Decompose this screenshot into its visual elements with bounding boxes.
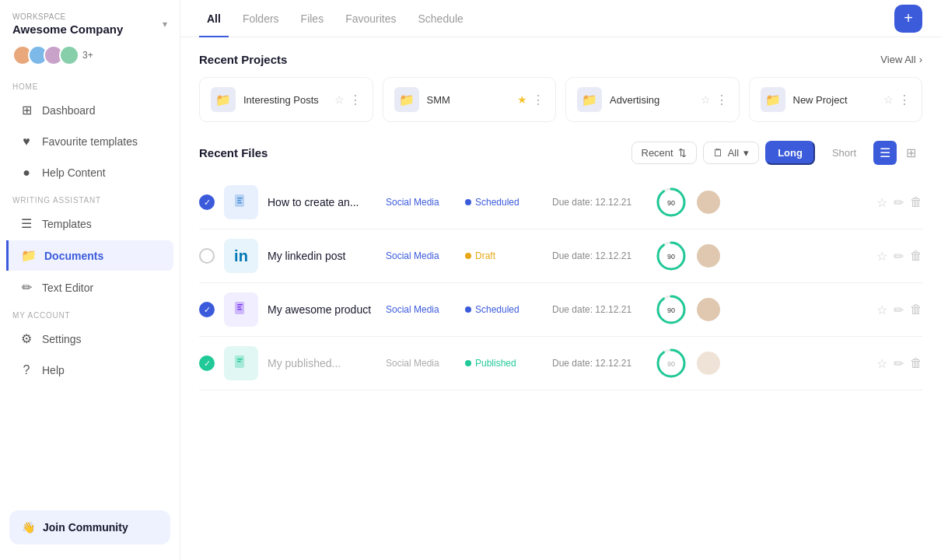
documents-icon: 📁: [21, 248, 37, 263]
project-card-smm[interactable]: 📁 SMM ★ ⋮: [383, 77, 557, 122]
projects-row: 📁 Interesting Posts ☆ ⋮ 📁 SMM ★ ⋮ 📁 Adv: [199, 77, 922, 122]
sidebar-item-label: Help Content: [42, 166, 106, 179]
workspace-name: Awesome Company: [12, 23, 123, 36]
file-row: ✓ How to create an... Social Media Sched…: [199, 176, 922, 229]
short-view-button[interactable]: Short: [821, 142, 867, 163]
tab-schedule[interactable]: Schedule: [411, 0, 471, 37]
project-card-interesting-posts[interactable]: 📁 Interesting Posts ☆ ⋮: [199, 77, 373, 122]
workspace-chevron-icon[interactable]: ▾: [163, 19, 167, 30]
project-actions: ☆ ⋮: [334, 93, 362, 107]
progress-ring: 90: [655, 186, 687, 219]
more-icon[interactable]: ⋮: [715, 93, 728, 107]
chevron-right-icon: ›: [919, 54, 922, 65]
delete-icon[interactable]: 🗑: [910, 249, 922, 263]
edit-icon[interactable]: ✏: [894, 356, 904, 371]
file-checkbox[interactable]: ✓: [199, 194, 215, 210]
sidebar-bottom: 👋 Join Community: [0, 501, 180, 560]
svg-text:90: 90: [667, 199, 675, 207]
star-icon[interactable]: ★: [517, 93, 527, 106]
file-actions: ☆ ✏ 🗑: [876, 195, 922, 210]
star-icon[interactable]: ☆: [883, 93, 894, 106]
more-icon[interactable]: ⋮: [898, 93, 911, 107]
text-editor-icon: ✏: [19, 280, 34, 295]
tab-folders[interactable]: Folders: [235, 0, 287, 37]
templates-icon: ☰: [19, 216, 34, 231]
status-dot: [465, 306, 471, 313]
star-icon[interactable]: ☆: [701, 93, 711, 106]
svg-text:90: 90: [667, 306, 675, 314]
project-icon: 📁: [394, 87, 419, 112]
all-filter-button[interactable]: 🗒 All ▾: [703, 142, 759, 164]
star-icon[interactable]: ☆: [334, 93, 345, 106]
sidebar-item-documents[interactable]: 📁 Documents: [6, 240, 173, 271]
recent-label: Recent: [642, 147, 673, 159]
project-card-new-project[interactable]: 📁 New Project ☆ ⋮: [749, 77, 923, 122]
file-checkbox[interactable]: [199, 248, 215, 264]
file-checkbox[interactable]: ✓: [199, 302, 215, 317]
svg-rect-12: [237, 306, 241, 308]
long-view-button[interactable]: Long: [765, 141, 815, 165]
file-row: ✓ My published... Social Media Published…: [199, 337, 922, 390]
avatar: [697, 191, 720, 214]
sidebar-item-help-content[interactable]: ● Help Content: [6, 158, 173, 187]
status-dot: [465, 360, 471, 366]
delete-icon[interactable]: 🗑: [910, 356, 922, 370]
more-icon[interactable]: ⋮: [532, 93, 544, 107]
file-thumbnail: [224, 346, 258, 380]
project-card-advertising[interactable]: 📁 Advertising ☆ ⋮: [565, 77, 740, 122]
join-community-button[interactable]: 👋 Join Community: [9, 510, 170, 544]
help-content-icon: ●: [19, 166, 34, 180]
sidebar-item-templates[interactable]: ☰ Templates: [6, 208, 173, 239]
status-badge: Published: [465, 358, 543, 369]
heart-icon: ♥: [19, 135, 34, 149]
file-actions: ☆ ✏ 🗑: [876, 249, 922, 264]
star-icon[interactable]: ☆: [876, 356, 887, 371]
star-icon[interactable]: ☆: [876, 195, 887, 210]
project-icon: 📁: [761, 87, 785, 112]
star-icon[interactable]: ☆: [876, 249, 887, 264]
progress-ring: 90: [655, 347, 687, 380]
file-checkbox[interactable]: ✓: [199, 355, 215, 371]
sidebar-item-dashboard[interactable]: ⊞ Dashboard: [6, 95, 173, 125]
more-icon[interactable]: ⋮: [349, 93, 362, 107]
all-label: All: [728, 147, 739, 159]
tab-all[interactable]: All: [199, 0, 229, 37]
workspace-avatars: 3+: [0, 42, 180, 75]
recent-filter-button[interactable]: Recent ⇅: [631, 142, 697, 164]
sidebar-item-settings[interactable]: ⚙ Settings: [6, 324, 173, 354]
list-view-button[interactable]: ☰: [873, 141, 897, 165]
project-name: Advertising: [610, 94, 693, 106]
files-filters: Recent ⇅ 🗒 All ▾ Long Short ☰ ⊞: [631, 141, 923, 165]
tab-favourites[interactable]: Favourites: [338, 0, 404, 37]
star-icon[interactable]: ☆: [876, 303, 887, 317]
edit-icon[interactable]: ✏: [894, 195, 904, 210]
edit-icon[interactable]: ✏: [894, 249, 904, 264]
file-actions: ☆ ✏ 🗑: [876, 303, 922, 317]
settings-icon: ⚙: [19, 331, 34, 346]
delete-icon[interactable]: 🗑: [910, 195, 922, 209]
svg-rect-2: [237, 200, 241, 201]
top-tabs: All Folders Files Favourites Schedule +: [180, 0, 941, 37]
sidebar-item-label: Text Editor: [42, 282, 93, 294]
grid-view-button[interactable]: ⊞: [900, 141, 922, 165]
home-icon: ⊞: [19, 103, 34, 117]
file-tag: Social Media: [386, 197, 456, 208]
add-button[interactable]: +: [894, 5, 922, 33]
sidebar-item-favourite-templates[interactable]: ♥ Favourite templates: [6, 127, 173, 156]
file-thumbnail: in: [224, 239, 258, 273]
main-content: All Folders Files Favourites Schedule + …: [180, 0, 941, 560]
delete-icon[interactable]: 🗑: [910, 303, 922, 317]
status-label: Published: [475, 358, 516, 369]
sidebar-item-label: Favourite templates: [42, 135, 138, 148]
progress-ring: 90: [655, 293, 687, 326]
tab-files[interactable]: Files: [293, 0, 332, 37]
edit-icon[interactable]: ✏: [894, 303, 904, 317]
sidebar-item-help[interactable]: ? Help: [6, 355, 173, 385]
view-all-link[interactable]: View All ›: [880, 54, 922, 65]
sidebar-item-label: Help: [42, 364, 65, 376]
avatar-count: 3+: [82, 50, 93, 61]
sidebar-item-text-editor[interactable]: ✏ Text Editor: [6, 272, 173, 303]
recent-projects-header: Recent Projects View All ›: [199, 53, 922, 66]
file-name: My published...: [268, 357, 376, 369]
status-badge: Draft: [465, 250, 543, 261]
